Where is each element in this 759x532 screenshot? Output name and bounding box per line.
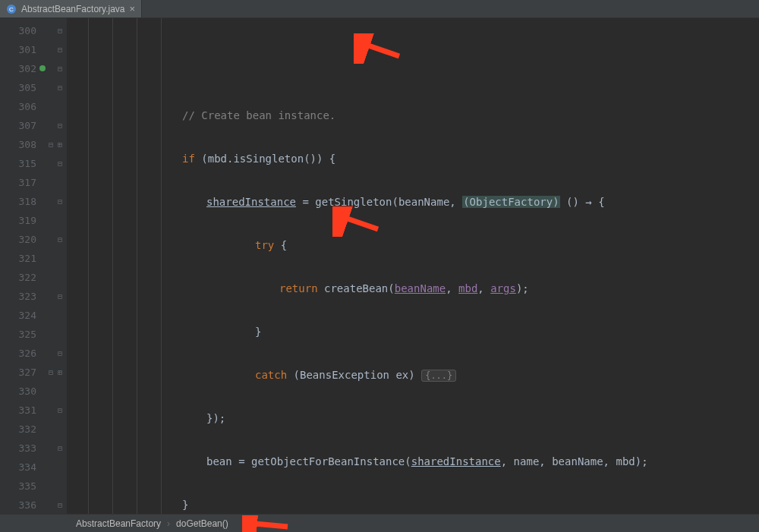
line-number: 307⊟ [0,116,67,135]
line-number: 315⊟ [0,154,67,173]
code-text: createBean( [318,282,395,294]
line-number: 323⊟ [0,287,67,306]
file-tab[interactable]: C AbstractBeanFactory.java × [0,0,142,17]
code-text: (mbd.isSingleton()) { [195,153,335,165]
code-editor[interactable]: 300⊟ 301⊟ 302⊟ 305⊟ 306 307⊟ 308⊟⊞ 315⊟ … [0,18,759,514]
line-number: 322 [0,268,67,287]
fold-icon[interactable]: ⊟ [58,230,62,249]
code-text: bean = getObjectForBeanInstance( [206,455,411,467]
line-number: 324 [0,306,67,325]
breadcrumb-method[interactable]: doGetBean() [176,518,228,529]
code-text: return [279,282,318,294]
tab-filename: AbstractBeanFactory.java [21,4,125,14]
code-text: } [255,326,261,338]
code-text: (BeansException ex) [287,369,421,381]
line-number: 306 [0,97,67,116]
code-text: () → { [560,196,605,208]
code-text: { [274,239,287,251]
code-text: }); [206,412,225,424]
code-text: sharedInstance [206,196,296,208]
fold-icon[interactable]: ⊟ [49,135,53,154]
code-text: mbd [458,282,477,294]
line-number: 333⊟ [0,439,67,458]
fold-icon[interactable]: ⊟ [58,154,62,173]
line-number: 327⊟⊞ [0,363,67,382]
line-number: 320⊟ [0,230,67,249]
bookmark-icon[interactable] [39,65,46,71]
annotation-arrow-icon [242,515,295,532]
fold-icon[interactable]: ⊞ [58,363,62,382]
line-number: 302⊟ [0,59,67,78]
tab-bar: C AbstractBeanFactory.java × [0,0,759,18]
line-number: 301⊟ [0,40,67,59]
fold-icon[interactable]: ⊟ [49,363,53,382]
code-text: catch [255,369,287,381]
breadcrumb-bar[interactable]: AbstractBeanFactory › doGetBean() [0,514,759,532]
chevron-right-icon: › [167,518,170,529]
svg-line-3 [339,216,378,229]
line-number: 308⊟⊞ [0,135,67,154]
folded-block[interactable]: {...} [421,370,456,382]
fold-icon[interactable]: ⊟ [58,116,62,135]
fold-icon[interactable]: ⊟ [58,287,62,306]
line-number: 318⊟ [0,192,67,211]
line-number: 321 [0,249,67,268]
line-number: 305⊟ [0,78,67,97]
code-text: beanName [395,282,446,294]
code-area[interactable]: // Create bean instance. if (mbd.isSingl… [67,18,759,514]
svg-line-2 [360,42,399,56]
code-text: = getSingleton(beanName, [296,196,462,208]
close-icon[interactable]: × [130,3,136,14]
fold-icon[interactable]: ⊟ [58,344,62,363]
fold-icon[interactable]: ⊟ [58,439,62,458]
code-text: args [490,282,516,294]
line-number: 330 [0,382,67,401]
fold-icon[interactable]: ⊟ [58,401,62,420]
line-number: 317 [0,173,67,192]
code-text: (ObjectFactory) [462,196,559,208]
line-number: 319 [0,211,67,230]
code-text: } [182,499,188,511]
line-number: 300⊟ [0,21,67,40]
code-text: try [255,239,274,251]
code-text: // Create bean instance. [76,109,335,121]
fold-icon[interactable]: ⊟ [58,192,62,211]
line-number: 326⊟ [0,344,67,363]
svg-text:C: C [9,6,14,13]
line-number: 334 [0,458,67,477]
annotation-arrow-icon [354,33,407,64]
line-number: 332 [0,420,67,439]
fold-icon[interactable]: ⊟ [58,78,62,97]
line-number: 331⊟ [0,401,67,420]
svg-line-4 [247,523,288,527]
code-text: ); [516,282,529,294]
fold-icon[interactable]: ⊟ [58,21,62,40]
code-text: if [182,153,195,165]
line-number: 336⊟ [0,496,67,514]
fold-icon[interactable]: ⊟ [58,40,62,59]
breadcrumb-class[interactable]: AbstractBeanFactory [76,518,161,529]
fold-icon[interactable]: ⊟ [58,496,62,514]
code-text: , name, beanName, mbd); [501,455,648,467]
code-text: sharedInstance [411,455,501,467]
fold-icon[interactable]: ⊟ [58,59,62,78]
java-file-icon: C [6,4,17,14]
line-gutter: 300⊟ 301⊟ 302⊟ 305⊟ 306 307⊟ 308⊟⊞ 315⊟ … [0,18,67,514]
line-number: 335 [0,477,67,496]
fold-icon[interactable]: ⊞ [58,135,62,154]
line-number: 325 [0,325,67,344]
